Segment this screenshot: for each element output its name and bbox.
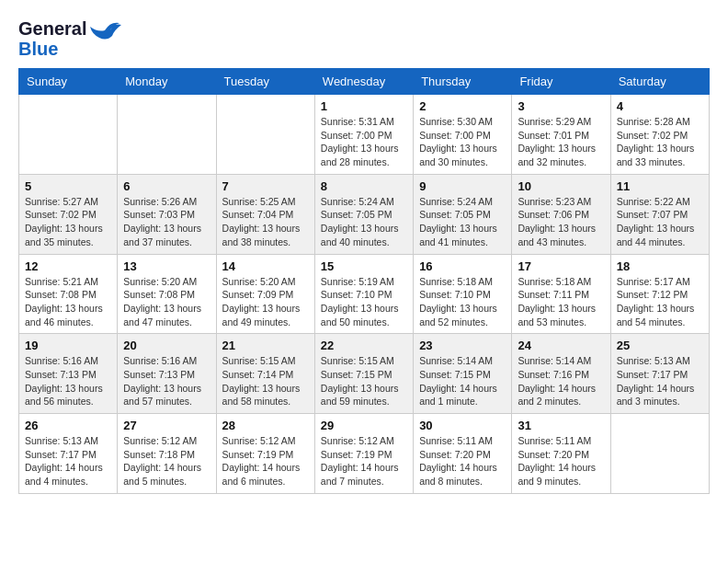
sunrise-text: Sunrise: 5:11 AM — [419, 435, 493, 446]
sunset-text: Sunset: 7:11 PM — [518, 289, 589, 300]
sunrise-text: Sunrise: 5:15 AM — [321, 355, 394, 366]
day-info: Sunrise: 5:21 AM Sunset: 7:08 PM Dayligh… — [25, 275, 111, 329]
daylight-text: Daylight: 13 hours and 33 minutes. — [617, 143, 695, 167]
day-number: 26 — [25, 419, 111, 432]
sunrise-text: Sunrise: 5:19 AM — [321, 276, 394, 287]
calendar-cell: 2 Sunrise: 5:30 AM Sunset: 7:00 PM Dayli… — [414, 95, 512, 175]
day-number: 11 — [617, 179, 703, 193]
calendar-week-row: 5 Sunrise: 5:27 AM Sunset: 7:02 PM Dayli… — [19, 174, 710, 254]
day-number: 18 — [617, 259, 703, 273]
daylight-text: Daylight: 14 hours and 9 minutes. — [518, 462, 596, 487]
calendar-cell: 6 Sunrise: 5:26 AM Sunset: 7:03 PM Dayli… — [118, 174, 216, 254]
daylight-text: Daylight: 13 hours and 52 minutes. — [419, 303, 497, 327]
calendar-cell: 21 Sunrise: 5:15 AM Sunset: 7:14 PM Dayl… — [216, 334, 314, 414]
sunset-text: Sunset: 7:09 PM — [222, 289, 294, 300]
calendar-cell: 20 Sunrise: 5:16 AM Sunset: 7:13 PM Dayl… — [118, 334, 216, 414]
sunrise-text: Sunrise: 5:26 AM — [123, 196, 197, 207]
day-number: 31 — [518, 419, 604, 432]
day-number: 1 — [321, 99, 407, 113]
day-info: Sunrise: 5:13 AM Sunset: 7:17 PM Dayligh… — [25, 434, 111, 488]
sunset-text: Sunset: 7:00 PM — [419, 130, 491, 141]
day-info: Sunrise: 5:29 AM Sunset: 7:01 PM Dayligh… — [518, 115, 604, 169]
day-number: 4 — [617, 99, 703, 113]
day-number: 21 — [222, 339, 309, 352]
day-number: 23 — [419, 339, 506, 352]
page-header: General Blue — [18, 18, 710, 59]
calendar-week-row: 26 Sunrise: 5:13 AM Sunset: 7:17 PM Dayl… — [19, 414, 710, 494]
day-number: 25 — [617, 339, 703, 352]
day-number: 28 — [222, 419, 309, 432]
calendar-header-tuesday: Tuesday — [216, 69, 314, 95]
sunrise-text: Sunrise: 5:17 AM — [617, 276, 690, 287]
calendar-cell: 19 Sunrise: 5:16 AM Sunset: 7:13 PM Dayl… — [19, 334, 118, 414]
daylight-text: Daylight: 14 hours and 4 minutes. — [25, 462, 103, 487]
calendar-cell: 30 Sunrise: 5:11 AM Sunset: 7:20 PM Dayl… — [414, 414, 512, 494]
calendar-header-friday: Friday — [512, 69, 610, 95]
day-info: Sunrise: 5:18 AM Sunset: 7:10 PM Dayligh… — [419, 275, 506, 329]
sunrise-text: Sunrise: 5:25 AM — [222, 196, 296, 207]
daylight-text: Daylight: 14 hours and 7 minutes. — [321, 462, 399, 487]
sunset-text: Sunset: 7:01 PM — [518, 130, 589, 141]
daylight-text: Daylight: 13 hours and 50 minutes. — [321, 303, 399, 327]
sunrise-text: Sunrise: 5:30 AM — [419, 116, 493, 127]
day-info: Sunrise: 5:24 AM Sunset: 7:05 PM Dayligh… — [419, 195, 506, 249]
sunrise-text: Sunrise: 5:28 AM — [617, 116, 690, 127]
calendar-cell: 31 Sunrise: 5:11 AM Sunset: 7:20 PM Dayl… — [512, 414, 610, 494]
day-info: Sunrise: 5:16 AM Sunset: 7:13 PM Dayligh… — [25, 354, 111, 408]
day-info: Sunrise: 5:12 AM Sunset: 7:19 PM Dayligh… — [321, 434, 407, 488]
day-number: 7 — [222, 179, 309, 193]
calendar-cell: 15 Sunrise: 5:19 AM Sunset: 7:10 PM Dayl… — [314, 254, 413, 334]
sunrise-text: Sunrise: 5:21 AM — [25, 276, 98, 287]
daylight-text: Daylight: 13 hours and 57 minutes. — [123, 383, 201, 408]
calendar-cell: 13 Sunrise: 5:20 AM Sunset: 7:08 PM Dayl… — [118, 254, 216, 334]
daylight-text: Daylight: 13 hours and 43 minutes. — [518, 223, 596, 247]
calendar-cell: 28 Sunrise: 5:12 AM Sunset: 7:19 PM Dayl… — [216, 414, 314, 494]
calendar-cell: 8 Sunrise: 5:24 AM Sunset: 7:05 PM Dayli… — [314, 174, 413, 254]
sunset-text: Sunset: 7:02 PM — [617, 130, 688, 141]
sunrise-text: Sunrise: 5:16 AM — [123, 355, 197, 366]
day-number: 20 — [123, 339, 210, 352]
day-number: 19 — [25, 339, 111, 352]
calendar-cell: 29 Sunrise: 5:12 AM Sunset: 7:19 PM Dayl… — [314, 414, 413, 494]
day-number: 22 — [321, 339, 407, 352]
sunset-text: Sunset: 7:10 PM — [419, 289, 491, 300]
day-info: Sunrise: 5:25 AM Sunset: 7:04 PM Dayligh… — [222, 195, 309, 249]
calendar-cell: 12 Sunrise: 5:21 AM Sunset: 7:08 PM Dayl… — [19, 254, 118, 334]
day-info: Sunrise: 5:28 AM Sunset: 7:02 PM Dayligh… — [617, 115, 703, 169]
calendar-cell: 5 Sunrise: 5:27 AM Sunset: 7:02 PM Dayli… — [19, 174, 118, 254]
calendar-cell — [19, 95, 118, 175]
day-info: Sunrise: 5:18 AM Sunset: 7:11 PM Dayligh… — [518, 275, 604, 329]
sunrise-text: Sunrise: 5:22 AM — [617, 196, 690, 207]
day-number: 17 — [518, 259, 604, 273]
day-number: 2 — [419, 99, 506, 113]
logo-general: General — [18, 18, 86, 39]
daylight-text: Daylight: 13 hours and 30 minutes. — [419, 143, 497, 167]
sunset-text: Sunset: 7:08 PM — [25, 289, 97, 300]
calendar-cell: 17 Sunrise: 5:18 AM Sunset: 7:11 PM Dayl… — [512, 254, 610, 334]
day-number: 13 — [123, 259, 210, 273]
calendar-cell: 9 Sunrise: 5:24 AM Sunset: 7:05 PM Dayli… — [414, 174, 512, 254]
calendar-cell: 24 Sunrise: 5:14 AM Sunset: 7:16 PM Dayl… — [512, 334, 610, 414]
day-number: 10 — [518, 179, 604, 193]
calendar-cell: 26 Sunrise: 5:13 AM Sunset: 7:17 PM Dayl… — [19, 414, 118, 494]
sunset-text: Sunset: 7:18 PM — [123, 449, 195, 460]
sunrise-text: Sunrise: 5:12 AM — [222, 435, 296, 446]
sunset-text: Sunset: 7:13 PM — [123, 369, 195, 380]
sunrise-text: Sunrise: 5:29 AM — [518, 116, 591, 127]
day-info: Sunrise: 5:22 AM Sunset: 7:07 PM Dayligh… — [617, 195, 703, 249]
daylight-text: Daylight: 13 hours and 59 minutes. — [321, 383, 399, 408]
calendar-header-thursday: Thursday — [414, 69, 512, 95]
day-info: Sunrise: 5:12 AM Sunset: 7:19 PM Dayligh… — [222, 434, 309, 488]
sunset-text: Sunset: 7:05 PM — [419, 209, 491, 220]
day-info: Sunrise: 5:15 AM Sunset: 7:14 PM Dayligh… — [222, 354, 309, 408]
calendar-cell: 14 Sunrise: 5:20 AM Sunset: 7:09 PM Dayl… — [216, 254, 314, 334]
calendar-cell: 16 Sunrise: 5:18 AM Sunset: 7:10 PM Dayl… — [414, 254, 512, 334]
day-number: 5 — [25, 179, 111, 193]
sunset-text: Sunset: 7:07 PM — [617, 209, 688, 220]
daylight-text: Daylight: 13 hours and 49 minutes. — [222, 303, 301, 327]
daylight-text: Daylight: 13 hours and 56 minutes. — [25, 383, 103, 408]
day-number: 24 — [518, 339, 604, 352]
sunset-text: Sunset: 7:02 PM — [25, 209, 97, 220]
sunrise-text: Sunrise: 5:13 AM — [617, 355, 690, 366]
calendar-cell: 7 Sunrise: 5:25 AM Sunset: 7:04 PM Dayli… — [216, 174, 314, 254]
